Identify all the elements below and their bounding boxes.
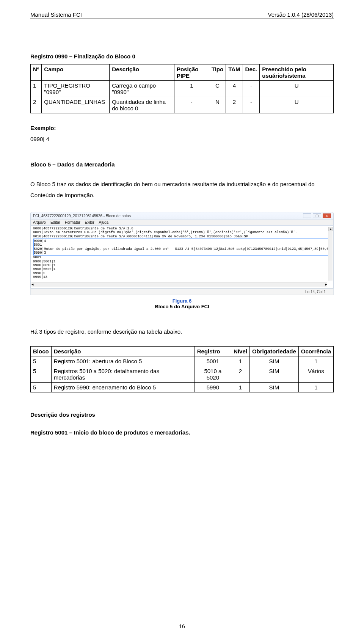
figure-number: Figura 6 [30, 298, 334, 304]
cell-descricao: Quantidades de linha do bloco 0 [110, 97, 174, 113]
menu-formatar[interactable]: Formatar [65, 220, 80, 224]
cell-obrig: SIM [249, 366, 298, 383]
cell-preenchido: U [260, 97, 334, 113]
bloco5-description: O Bloco 5 traz os dados de identificação… [30, 179, 334, 201]
th-campo: Campo [42, 64, 110, 81]
notepad-line: 9900|5020|1 [33, 267, 331, 271]
cell-obrig: SIM [249, 383, 298, 392]
cell-nivel: 2 [231, 366, 250, 383]
th-obrigatoriedade: Obrigatoriedade [249, 347, 298, 356]
page-header: Manual Sistema FCI Versão 1.0.4 (28/06/2… [30, 11, 334, 19]
th-no: Nº [31, 64, 42, 81]
registro-5001-title: Registro 5001 – Inicio do bloco de produ… [30, 429, 334, 436]
scroll-right-icon[interactable]: ▶ [325, 282, 327, 287]
scrollbar-vertical[interactable]: ▲ [328, 227, 333, 281]
notepad-window: FCI_46377222000129_20121205145926 - Bloc… [30, 212, 334, 295]
cell-tipo: N [209, 97, 226, 113]
notepad-body: 0000|46377222000129|Contribuinte de Test… [30, 226, 334, 289]
cell-tam: 4 [226, 81, 243, 97]
cell-registro: 5001 [195, 356, 231, 366]
cell-campo: TIPO_REGISTRO "0990" [42, 81, 110, 97]
table-row: 5 Registro 5001: abertura do Bloco 5 500… [31, 356, 334, 366]
th-tam: TAM [226, 64, 243, 81]
table-row: 5 Registros 5010 a 5020: detalhamento da… [31, 366, 334, 383]
cell-obrig: SIM [249, 356, 298, 366]
notepad-titlebar: FCI_46377222000129_20121205145926 - Bloc… [31, 212, 333, 219]
exemplo-value: 0990| 4 [30, 136, 334, 142]
close-icon[interactable]: x [323, 213, 331, 218]
notepad-line: 5020|Motor de pistão por ignição, por ci… [33, 247, 331, 251]
notepad-menubar: Arquivo Editar Formatar Exibir Ajuda [31, 219, 333, 226]
cell-bloco: 5 [31, 366, 52, 383]
menu-editar[interactable]: Editar [50, 220, 60, 224]
table-row: 2 QUANTIDADE_LINHAS Quantidades de linha… [31, 97, 334, 113]
bloco5-title: Bloco 5 – Dados da Mercadoria [30, 161, 334, 168]
th-descricao: Descrição [51, 347, 195, 356]
cell-posicao: - [174, 97, 209, 113]
cell-no: 1 [31, 81, 42, 97]
cell-campo: QUANTIDADE_LINHAS [42, 97, 110, 113]
th-posicao-pipe: Posição PIPE [174, 64, 209, 81]
cell-descricao: Registro 5001: abertura do Bloco 5 [51, 356, 195, 366]
cell-nivel: 1 [231, 383, 250, 392]
table-registro-0990: Nº Campo Descrição Posição PIPE Tipo TAM… [30, 64, 334, 113]
cell-no: 2 [31, 97, 42, 113]
table-row: 1 TIPO_REGISTRO "0990" Carrega o campo "… [31, 81, 334, 97]
exemplo-label: Exemplo: [30, 125, 334, 131]
menu-arquivo[interactable]: Arquivo [33, 220, 46, 224]
th-bloco: Bloco [31, 347, 52, 356]
menu-exibir[interactable]: Exibir [85, 220, 94, 224]
cell-bloco: 5 [31, 383, 52, 392]
notepad-line: 9999|13 [33, 275, 331, 279]
th-preenchido: Preenchido pelo usuário/sistema [260, 64, 334, 81]
notepad-line: 9990|5 [33, 271, 331, 275]
cell-preenchido: U [260, 81, 334, 97]
cell-tipo: C [209, 81, 226, 97]
scroll-left-icon[interactable]: ◀ [31, 282, 33, 287]
notepad-line: 0990|4 [33, 238, 331, 243]
th-tipo: Tipo [209, 64, 226, 81]
minimize-icon[interactable]: – [303, 213, 311, 218]
figure-caption: Figura 6 Bloco 5 do Arquivo FCI [30, 298, 334, 309]
table-tipos-registro: Bloco Descrição Registro Nível Obrigator… [30, 346, 334, 392]
menu-ajuda[interactable]: Ajuda [99, 220, 109, 224]
cell-registro: 5010 a 5020 [195, 366, 231, 383]
notepad-line: 9001 [33, 256, 331, 259]
notepad-line: 9900|5001|1 [33, 260, 331, 264]
descricao-dos-registros-title: Descrição dos registros [30, 411, 334, 418]
scroll-up-icon[interactable]: ▲ [328, 227, 333, 231]
cell-ocor: 1 [298, 383, 333, 392]
table-row: 5 Registro 5990: encerramento do Bloco 5… [31, 383, 334, 392]
cell-descricao: Registro 5990: encerramento do Bloco 5 [51, 383, 195, 392]
notepad-title: FCI_46377222000129_20121205145926 - Bloc… [33, 214, 131, 218]
cell-dec: - [243, 81, 260, 97]
window-buttons: – ▢ x [303, 213, 331, 218]
page-number: 16 [0, 623, 364, 629]
notepad-line: 5001 [33, 243, 331, 247]
cell-registro: 5990 [195, 383, 231, 392]
figure-text: Bloco 5 do Arquivo FCI [155, 304, 209, 309]
notepad-line: 0010|46377222000129|Contribuinte de Test… [33, 235, 331, 238]
th-ocorrencia: Ocorrência [298, 347, 333, 356]
cell-descricao: Carrega o campo "0990" [110, 81, 174, 97]
tres-tipos-text: Há 3 tipos de registro, conforme descriç… [30, 328, 334, 335]
cursor-position: Ln 14, Col 1 [305, 290, 326, 294]
cell-posicao: 1 [174, 81, 209, 97]
cell-tam: 2 [226, 97, 243, 113]
scrollbar-horizontal[interactable]: ◀ ▶ [31, 282, 327, 287]
notepad-line: 0001|Texto em caracteres UTF-8: (digrafo… [33, 231, 331, 234]
th-dec: Dec. [243, 64, 260, 81]
th-nivel: Nível [231, 347, 250, 356]
table-header-row: Nº Campo Descrição Posição PIPE Tipo TAM… [31, 64, 334, 81]
cell-nivel: 1 [231, 356, 250, 366]
maximize-icon[interactable]: ▢ [313, 213, 321, 218]
cell-dec: - [243, 97, 260, 113]
header-right: Versão 1.0.4 (28/06/2013) [268, 11, 334, 18]
notepad-line: 9900|0010|1 [33, 264, 331, 267]
th-registro: Registro [195, 347, 231, 356]
cell-ocor: 1 [298, 356, 333, 366]
table-header-row: Bloco Descrição Registro Nível Obrigator… [31, 347, 334, 356]
cell-bloco: 5 [31, 356, 52, 366]
cell-ocor: Vários [298, 366, 333, 383]
cell-descricao: Registros 5010 a 5020: detalhamento das … [51, 366, 195, 383]
